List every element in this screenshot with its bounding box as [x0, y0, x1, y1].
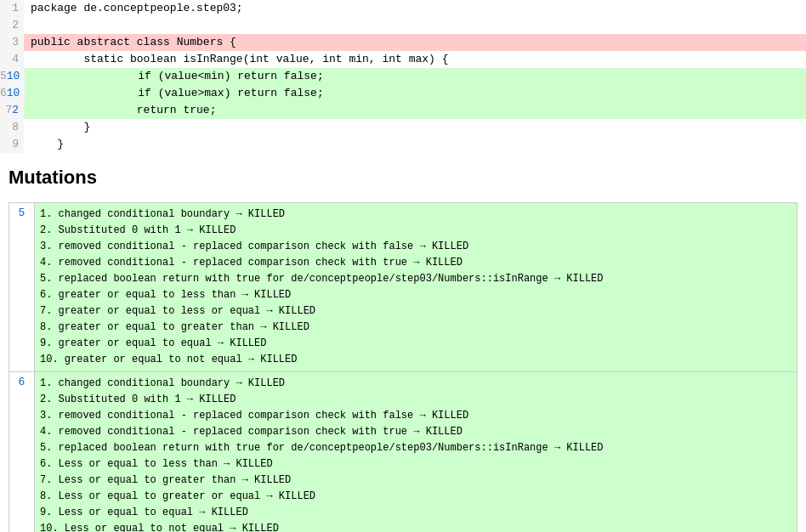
mutation-item: 10. Less or equal to not equal → KILLED: [40, 521, 792, 532]
mutation-list: 1. changed conditional boundary → KILLED…: [35, 203, 797, 372]
mutation-row: 51. changed conditional boundary → KILLE…: [9, 203, 797, 372]
line-content: [24, 17, 806, 34]
line-number[interactable]: 72: [0, 102, 24, 119]
line-number: 1: [0, 0, 24, 17]
mutation-row: 61. changed conditional boundary → KILLE…: [9, 372, 797, 533]
line-content: }: [24, 136, 806, 153]
line-number[interactable]: 510: [0, 68, 25, 85]
mutation-item: 9. greater or equal to equal → KILLED: [40, 336, 792, 352]
mutation-list: 1. changed conditional boundary → KILLED…: [35, 372, 797, 533]
mutation-line-num[interactable]: 6: [9, 372, 35, 533]
mutation-item: 1. changed conditional boundary → KILLED: [40, 207, 792, 223]
mutation-item: 10. greater or equal to not equal → KILL…: [40, 352, 792, 368]
mutation-item: 8. Less or equal to greater or equal → K…: [40, 489, 792, 505]
line-link[interactable]: 10: [7, 87, 20, 99]
code-line: 3public abstract class Numbers {: [0, 34, 806, 51]
mutation-item: 4. removed conditional - replaced compar…: [40, 424, 792, 440]
line-content: static boolean isInRange(int value, int …: [24, 51, 806, 68]
mutations-section: Mutations 51. changed conditional bounda…: [0, 153, 806, 532]
mutation-item: 9. Less or equal to equal → KILLED: [40, 505, 792, 521]
line-link[interactable]: 2: [12, 104, 19, 116]
mutation-item: 1. changed conditional boundary → KILLED: [40, 376, 792, 392]
code-line: 8 }: [0, 119, 806, 136]
code-line: 2: [0, 17, 806, 34]
mutation-line-link[interactable]: 6: [19, 376, 26, 388]
line-number: 8: [0, 119, 24, 136]
line-content: package de.conceptpeople.step03;: [24, 0, 806, 17]
mutation-item: 5. replaced boolean return with true for…: [40, 271, 792, 287]
line-number[interactable]: 610: [0, 85, 25, 102]
line-number: 4: [0, 51, 24, 68]
mutations-table: 51. changed conditional boundary → KILLE…: [9, 202, 797, 532]
line-content: }: [24, 119, 806, 136]
code-line: 9 }: [0, 136, 806, 153]
mutation-item: 7. greater or equal to less or equal → K…: [40, 303, 792, 320]
line-content: if (value<min) return false;: [25, 68, 806, 85]
mutation-item: 8. greater or equal to greater than → KI…: [40, 320, 792, 336]
mutation-line-link[interactable]: 5: [19, 207, 26, 219]
line-content: if (value>max) return false;: [25, 85, 806, 102]
mutation-item: 2. Substituted 0 with 1 → KILLED: [40, 392, 792, 408]
mutation-item: 7. Less or equal to greater than → KILLE…: [40, 473, 792, 489]
code-line: 510 if (value<min) return false;: [0, 68, 806, 85]
mutation-item: 4. removed conditional - replaced compar…: [40, 255, 792, 271]
code-line: 72 return true;: [0, 102, 806, 119]
mutation-line-num[interactable]: 5: [9, 203, 35, 372]
line-number: 9: [0, 136, 24, 153]
line-content: return true;: [24, 102, 806, 119]
line-number: 2: [0, 17, 24, 34]
mutation-item: 2. Substituted 0 with 1 → KILLED: [40, 223, 792, 239]
line-link[interactable]: 10: [7, 70, 20, 82]
line-number: 3: [0, 34, 24, 51]
mutation-item: 3. removed conditional - replaced compar…: [40, 239, 792, 255]
mutations-title: Mutations: [9, 167, 797, 189]
code-panel: 1package de.conceptpeople.step03;23publi…: [0, 0, 806, 153]
line-content: public abstract class Numbers {: [24, 34, 806, 51]
mutation-item: 6. greater or equal to less than → KILLE…: [40, 287, 792, 303]
mutation-item: 6. Less or equal to less than → KILLED: [40, 456, 792, 473]
mutation-item: 3. removed conditional - replaced compar…: [40, 408, 792, 424]
code-line: 4 static boolean isInRange(int value, in…: [0, 51, 806, 68]
code-line: 1package de.conceptpeople.step03;: [0, 0, 806, 17]
mutation-item: 5. replaced boolean return with true for…: [40, 440, 792, 456]
code-line: 610 if (value>max) return false;: [0, 85, 806, 102]
